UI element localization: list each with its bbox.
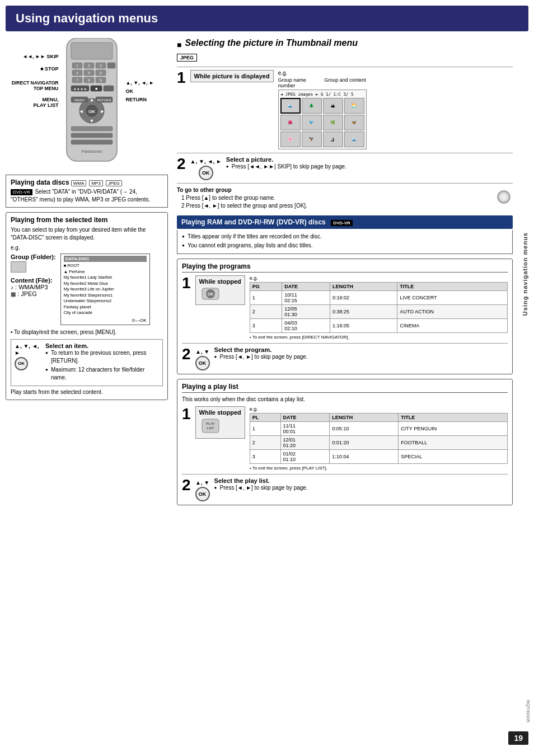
folder-icon (11, 261, 26, 273)
table-row: 1 10/1102:15 0:16:02 LIVE CONCERT (250, 291, 507, 305)
pl-row2-pl: 3 (250, 450, 280, 464)
svg-text:7: 7 (76, 78, 78, 82)
playing-from-selected-title: Playing from the selected item (11, 216, 163, 224)
svg-text:■: ■ (95, 87, 97, 91)
while-stopped-box-prog: While stopped OK (195, 275, 245, 305)
dvd-vr-badge: DVD-VR (11, 189, 32, 195)
divider-2 (177, 153, 513, 153)
row0-length: 0:16:02 (330, 291, 397, 305)
disc-icon (497, 190, 510, 204)
programs-section: Playing the programs 1 While stopped OK (177, 259, 513, 374)
thumb-grid: 🌊 🌲 🏔 🌅 🌺 🐦 🌿 🦋 🌸 🦅 🏞 (280, 98, 364, 147)
tree-item-6: Underwater Starpersons2 (64, 298, 147, 304)
row0-date: 10/1102:15 (282, 291, 330, 305)
prog-col-length: LENGTH (330, 283, 397, 291)
remote-right-labels: ▲, ▼, ◄, ► OK RETURN (125, 38, 168, 168)
prog-step1-content: e.g. PG DATE LENGTH TITLE (250, 275, 508, 340)
playing-from-selected-section: Playing from the selected item You can s… (6, 212, 168, 400)
ram-dvd-title-box: Playing RAM and DVD-R/-RW (DVD-VR) discs… (177, 215, 513, 229)
row1-title: AUTO ACTION (397, 305, 508, 319)
prog-step1: 1 While stopped OK e.g. (182, 275, 508, 340)
svg-text:5: 5 (88, 71, 90, 75)
step1-number: 1 (177, 70, 186, 86)
right-column: ■ Selecting the picture in Thumbnail men… (177, 38, 513, 510)
content-label-area: Content (File): ♪ : WMA/MP3 ▦ : JPEG (11, 277, 56, 297)
display-tip: • To display/exit the screen, press [MEN… (11, 328, 163, 336)
table-row: 1 11/1100:01 0:05:10 CITY PENGUIN (250, 422, 507, 436)
step1-num-area: 1 (177, 70, 186, 86)
prog-divider (182, 343, 508, 344)
svg-rect-1 (71, 43, 113, 59)
table-row: 2 12/0501:30 0:38:25 AUTO ACTION (250, 305, 507, 319)
pl-row0-date: 11/1100:01 (280, 422, 330, 436)
svg-text:◄◄ ►►: ◄◄ ►► (73, 87, 87, 91)
pl-row1-length: 0:01:20 (330, 436, 399, 450)
thumb-step1: 1 While picture is displayed e.g. Group … (177, 70, 513, 149)
other-group-step-1: 2 Press [◄, ►] to select the group and p… (181, 202, 513, 210)
playlist-step1-num: 1 (182, 406, 191, 422)
page-content: Using navigation menus ◄◄, ►► SKIP ■ STO… (6, 6, 528, 510)
tree-item-8: City of cascade (64, 310, 147, 316)
group-label: Group (Folder): (11, 253, 56, 273)
thumb-cell-5: 🐦 (302, 115, 322, 130)
data-discs-title: Playing data discs (11, 179, 69, 186)
prog-step2-content: Select the program. Press [◄, ►] to skip… (214, 346, 508, 362)
playlist-step1: 1 While stopped PLAY LIST e.g. (182, 406, 508, 471)
ram-dvd-badge: DVD-VR (331, 220, 353, 226)
while-stopped-box-pl: While stopped PLAY LIST (195, 406, 245, 439)
row2-length: 1:16:05 (330, 319, 397, 333)
svg-text:2: 2 (88, 64, 90, 68)
svg-rect-37 (71, 126, 113, 131)
group-content-labels: Group (Folder): Content (File): ♪ : WMA/… (11, 253, 56, 325)
step2-controls: ▲, ▼, ◄, ► OK (190, 158, 222, 180)
pl-col-pl: PL (250, 414, 280, 422)
eg-prog: e.g. (250, 275, 508, 281)
pl-row1-title: FOOTBALL (399, 436, 508, 450)
playlist-divider (182, 474, 508, 475)
step2-bullet: Press [◄◄, ►►| SKIP] to skip page by pag… (226, 163, 513, 171)
svg-text:LIST: LIST (207, 426, 214, 430)
select-bullet-0: To return to the previous screen, press … (45, 349, 159, 365)
other-group-section: To go to other group 1 Press [▲] to sele… (177, 186, 513, 210)
ok-button-select[interactable]: OK (15, 357, 28, 370)
svg-text:PLAY: PLAY (206, 422, 214, 425)
playlist-section: Playing a play list This works only when… (177, 379, 513, 505)
play-note: Play starts from the selected content. (11, 388, 163, 396)
file-tree-items: ■ ROOT ▲ Perfume My favorite1 Lady Starf… (64, 263, 147, 316)
remote-left-labels: ◄◄, ►► SKIP ■ STOP DIRECT NAVIGATOR TOP … (6, 38, 58, 168)
thumb-step2: 2 ▲, ▼, ◄, ► OK Select a picture. Press … (177, 156, 513, 180)
playlist-icon: PLAY LIST (199, 418, 241, 436)
other-group-step-0: 1 Press [▲] to select the group name. (181, 194, 513, 202)
svg-text:1: 1 (76, 64, 78, 68)
svg-text:OK: OK (88, 109, 95, 114)
file-tree-box: DATA-DISC ■ ROOT ▲ Perfume My favorite1 … (60, 253, 150, 325)
tree-item-3: My favorite2 Metal Glue (64, 281, 147, 287)
remote-body: 1 2 3 4 5 6 (61, 38, 123, 168)
tree-item-5: My favorite3 Starpersons1 (64, 293, 147, 299)
playlist-note: • To exit the screen, press [PLAY LIST]. (250, 466, 508, 471)
playlist-step2-controls: ▲, ▼ OK (195, 480, 210, 501)
playlist-step2-arrows: ▲, ▼ (195, 480, 209, 486)
ok-button-pl[interactable]: OK (195, 487, 210, 501)
svg-text:◄: ◄ (79, 109, 84, 114)
prog-note: • To exit the screen, press [DIRECT NAVI… (250, 335, 508, 340)
side-vertical-label: Using navigation menus (522, 232, 528, 316)
svg-text:6: 6 (100, 71, 102, 75)
remote-area: ◄◄, ►► SKIP ■ STOP DIRECT NAVIGATOR TOP … (6, 38, 168, 168)
ok-button-prog[interactable]: OK (195, 356, 210, 370)
divider-3 (177, 183, 513, 184)
svg-text:▼: ▼ (90, 118, 95, 124)
programs-table: PG DATE LENGTH TITLE 1 10/1102:15 (250, 282, 508, 333)
nav-bar: ◄ JPEG images ► G 1/ 1:C 3/ 5 (280, 92, 364, 97)
direct-nav-icon-prog: OK (199, 287, 241, 302)
table-row: 3 04/0302:10 1:16:05 CINEMA (250, 319, 507, 333)
pl-row2-title: SPECIAL (399, 450, 508, 464)
group-name-label: Group name (278, 77, 306, 83)
page-number: 19 (508, 731, 528, 745)
svg-rect-39 (71, 140, 113, 144)
playlist-step2: 2 ▲, ▼ OK Select the play list. Press [◄… (182, 477, 508, 501)
ok-button-thumb[interactable]: OK (199, 166, 213, 180)
row2-date: 04/0302:10 (282, 319, 330, 333)
thumb-cell-1: 🌲 (302, 98, 322, 114)
eg-label: e.g. (11, 244, 163, 252)
